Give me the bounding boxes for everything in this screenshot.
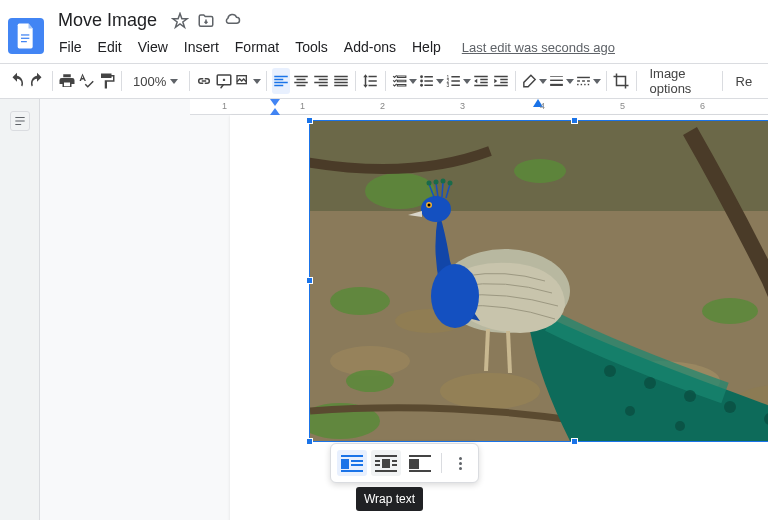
- zoom-select[interactable]: 100%: [127, 70, 184, 93]
- svg-rect-19: [581, 84, 582, 85]
- break-text-button[interactable]: [405, 450, 435, 476]
- svg-point-34: [514, 159, 566, 183]
- svg-point-47: [421, 196, 451, 222]
- comment-button[interactable]: [215, 68, 234, 94]
- svg-rect-73: [409, 459, 419, 469]
- svg-rect-63: [351, 464, 363, 466]
- cloud-status-icon[interactable]: [223, 12, 241, 30]
- svg-rect-15: [577, 80, 580, 81]
- svg-rect-66: [382, 459, 390, 468]
- header: Move Image File Edit View Insert Format …: [0, 0, 768, 63]
- svg-point-31: [702, 298, 758, 324]
- svg-line-58: [486, 329, 488, 371]
- image-dropdown[interactable]: [235, 68, 261, 94]
- align-justify-button[interactable]: [331, 68, 350, 94]
- svg-line-51: [442, 182, 443, 197]
- menu-help[interactable]: Help: [405, 35, 448, 59]
- svg-rect-65: [375, 455, 397, 457]
- resize-handle-sw[interactable]: [306, 438, 313, 445]
- svg-point-7: [420, 84, 423, 87]
- left-indent-marker[interactable]: [270, 108, 280, 115]
- svg-point-38: [644, 377, 656, 389]
- align-left-button[interactable]: [272, 68, 291, 94]
- last-edit-link[interactable]: Last edit was seconds ago: [462, 40, 615, 55]
- bullet-list-button[interactable]: [418, 68, 444, 94]
- svg-point-49: [428, 204, 431, 207]
- outline-toggle-icon[interactable]: [10, 111, 30, 131]
- resize-handle-n[interactable]: [571, 117, 578, 124]
- align-right-button[interactable]: [311, 68, 330, 94]
- undo-button[interactable]: [8, 68, 27, 94]
- numbered-list-button[interactable]: 123: [445, 68, 471, 94]
- document-title[interactable]: Move Image: [52, 8, 163, 33]
- svg-rect-16: [582, 80, 585, 81]
- svg-point-55: [441, 179, 446, 184]
- link-button[interactable]: [195, 68, 214, 94]
- spellcheck-button[interactable]: [77, 68, 96, 94]
- image-options-button[interactable]: Image options: [641, 62, 716, 100]
- svg-rect-70: [392, 464, 397, 466]
- replace-image-button[interactable]: Re: [728, 70, 761, 93]
- svg-rect-0: [21, 34, 29, 35]
- menu-insert[interactable]: Insert: [177, 35, 226, 59]
- selected-image[interactable]: [310, 121, 768, 441]
- menu-file[interactable]: File: [52, 35, 89, 59]
- image-layout-toolbar: [330, 443, 479, 483]
- svg-point-29: [330, 287, 390, 315]
- increase-indent-button[interactable]: [491, 68, 510, 94]
- svg-rect-2: [21, 41, 27, 42]
- svg-rect-21: [588, 84, 589, 85]
- svg-point-25: [440, 373, 540, 409]
- decrease-indent-button[interactable]: [472, 68, 491, 94]
- title-area: Move Image File Edit View Insert Format …: [52, 8, 760, 63]
- svg-line-59: [508, 331, 510, 373]
- docs-logo[interactable]: [8, 18, 44, 54]
- svg-rect-20: [584, 84, 585, 85]
- line-spacing-button[interactable]: [361, 68, 380, 94]
- svg-point-5: [420, 75, 423, 78]
- svg-point-40: [724, 401, 736, 413]
- border-dash-button[interactable]: [575, 68, 601, 94]
- svg-rect-18: [577, 84, 578, 85]
- menu-edit[interactable]: Edit: [91, 35, 129, 59]
- svg-rect-1: [21, 37, 29, 38]
- menu-view[interactable]: View: [131, 35, 175, 59]
- resize-handle-w[interactable]: [306, 277, 313, 284]
- align-center-button[interactable]: [291, 68, 310, 94]
- first-line-indent-marker[interactable]: [270, 99, 280, 106]
- toolbar: 100% 123 Image options Re: [0, 63, 768, 99]
- svg-rect-64: [341, 470, 363, 472]
- menubar: File Edit View Insert Format Tools Add-o…: [52, 33, 760, 63]
- svg-rect-60: [341, 455, 363, 457]
- star-icon[interactable]: [171, 12, 189, 30]
- menu-format[interactable]: Format: [228, 35, 286, 59]
- svg-rect-12: [550, 80, 563, 81]
- svg-rect-71: [375, 470, 397, 472]
- svg-point-6: [420, 80, 423, 83]
- wrap-text-button[interactable]: [371, 450, 401, 476]
- resize-handle-nw[interactable]: [306, 117, 313, 124]
- horizontal-ruler[interactable]: 1 1 2 3 4 5 6: [190, 99, 768, 115]
- paint-format-button[interactable]: [97, 68, 116, 94]
- inline-button[interactable]: [337, 450, 367, 476]
- crop-button[interactable]: [612, 68, 631, 94]
- border-color-button[interactable]: [521, 68, 547, 94]
- move-folder-icon[interactable]: [197, 12, 215, 30]
- svg-point-46: [431, 264, 479, 328]
- svg-rect-13: [550, 84, 563, 86]
- svg-rect-62: [351, 460, 363, 462]
- svg-point-43: [625, 406, 635, 416]
- svg-text:3: 3: [446, 83, 449, 88]
- more-options-button[interactable]: [448, 457, 472, 470]
- svg-point-54: [434, 180, 439, 185]
- resize-handle-s[interactable]: [571, 438, 578, 445]
- redo-button[interactable]: [28, 68, 47, 94]
- menu-tools[interactable]: Tools: [288, 35, 335, 59]
- svg-rect-72: [409, 455, 431, 457]
- border-weight-button[interactable]: [548, 68, 574, 94]
- svg-rect-69: [392, 460, 397, 462]
- svg-rect-61: [341, 459, 349, 469]
- print-button[interactable]: [58, 68, 77, 94]
- menu-addons[interactable]: Add-ons: [337, 35, 403, 59]
- checklist-button[interactable]: [391, 68, 417, 94]
